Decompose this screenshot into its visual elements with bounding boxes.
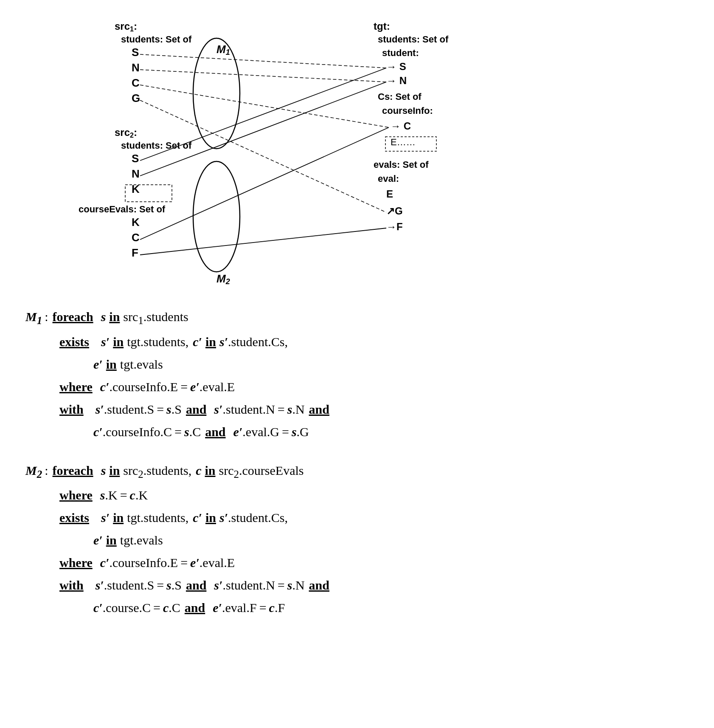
m2-s2: s [100,484,105,506]
m2-line1: M2: foreach s in src2.students, c in src… [25,460,689,484]
tgt-eval-e: E [386,188,393,200]
src2-n: N [132,167,140,180]
tgt-n-arrow: → N [386,75,407,86]
m1-e-prime: e′ [93,353,103,375]
m1-n-line [140,70,386,82]
tgt-courseInfo-label: courseInfo: [382,105,433,116]
m2-and2: and [309,574,329,596]
m2-s3: s [166,574,171,596]
m1-s-prime: s′ [101,331,110,353]
m2-e-prime3: e′ [213,597,222,618]
tgt-s-arrow: → S [386,61,406,72]
m1-and3: and [205,421,225,443]
m1-c-prime3: c′ [93,421,103,443]
m1-foreach-keyword: foreach [53,306,93,327]
m1-s-var: s [101,306,106,327]
m2-c2: c [130,484,135,506]
m1-and2: and [309,398,329,420]
m1-label-text: M1 [25,306,42,330]
tgt-e-dots: E…… [391,137,416,147]
tgt-c-arrow: → C [391,120,411,132]
m2-c4: c [269,597,275,618]
m2-s-var: s [101,460,106,481]
m1-in3: in [205,331,216,353]
m1-where-keyword: where [59,376,93,398]
m2-c-var: c [196,460,201,481]
formulas-section: M1: foreach s in src1.students exists s′… [0,297,714,652]
m2-s-prime: s′ [101,507,110,528]
m1-s3: s [166,398,171,420]
m1-g-line [140,100,386,212]
m1-s-prime4: s′ [214,398,222,420]
m1-src1-students: src1.students [123,306,188,330]
m2-s4: s [287,574,292,596]
tgt-eval-label: eval: [378,173,399,184]
src2-f: F [132,246,138,259]
m1-in1: in [109,306,120,327]
diagram-area: src1: students: Set of S N C G M1 src2: … [0,8,714,297]
src2-label: src2: [115,127,137,139]
m1-in2: in [113,331,124,353]
m2-label-text: M2 [25,460,42,484]
m2-e-prime: e′ [93,529,103,551]
m2-where2-keyword: where [59,552,93,573]
m2-c-prime3: c′ [93,597,103,618]
m1-line3: e′ in tgt.evals [93,353,689,375]
m1-c-prime: c′ [193,331,202,353]
m1-s4: s [287,398,292,420]
m2-and3: and [185,597,205,618]
m2-in2: in [205,460,216,481]
mapping-diagram: src1: students: Set of S N C G M1 src2: … [0,8,714,297]
m1-c-line [140,85,389,127]
m2-line6: with s′.student.S = s.S and s′.student.N… [59,574,689,596]
tgt-students-label: students: Set of [378,34,449,45]
m1-s5: s [184,421,189,443]
m1-line1: M1: foreach s in src1.students [25,306,689,330]
m2-exists-keyword: exists [59,507,89,528]
m2-c-prime2: c′ [100,552,110,573]
tgt-g-arrow: ↗G [386,205,403,217]
m2-line2: where s.K = c.K [59,484,689,506]
m2-tgt-evals: tgt.evals [120,529,163,551]
m2-src2-students: src2.students, [123,460,191,484]
m2-c-prime: c′ [193,507,202,528]
tgt-label: tgt: [374,20,390,32]
m1-s6: s [292,421,297,443]
src1-c: C [132,76,140,89]
m2-formula: M2: foreach s in src2.students, c in src… [25,460,689,619]
m2-n-line [140,82,386,176]
m1-tgt-students: tgt.students, [127,331,188,353]
m1-e-prime3: e′ [233,421,243,443]
m2-with-keyword: with [59,574,84,596]
m2-in1: in [109,460,120,481]
m1-exists-keyword: exists [59,331,89,353]
tgt-f-arrow: →F [386,221,403,232]
src2-s: S [132,152,139,165]
tgt-cs-label: Cs: Set of [378,91,422,102]
m2-tgt-students: tgt.students, [127,507,188,528]
m2-s-prime4: s′ [214,574,222,596]
m2-in3: in [113,507,124,528]
m1-line4: where c′.courseInfo.E = e′.eval.E [59,376,689,398]
m1-tgt-evals: tgt.evals [120,353,163,375]
m2-where1-keyword: where [59,484,93,506]
m1-formula: M1: foreach s in src1.students exists s′… [25,306,689,443]
m2-src2-courseEvals: src2.courseEvals [219,460,304,484]
m1-s-prime2: s′ [219,331,228,353]
m2-f-line [140,228,386,255]
m2-in4: in [205,507,216,528]
src2-courseEvals-label: courseEvals: Set of [79,204,166,214]
m2-label: M2 [216,272,230,286]
m1-with-keyword: with [59,398,84,420]
src1-n: N [132,61,140,74]
m1-s-line [140,54,386,68]
m1-c-prime2: c′ [100,376,110,398]
m2-and1: and [186,574,206,596]
m2-foreach-keyword: foreach [53,460,93,481]
m2-ellipse [193,161,240,272]
m2-line5: where c′.courseInfo.E = e′.eval.E [59,552,689,573]
m1-s-prime3: s′ [96,398,104,420]
m2-s-prime2: s′ [219,507,228,528]
src1-g: G [132,92,140,104]
src1-s: S [132,46,139,59]
